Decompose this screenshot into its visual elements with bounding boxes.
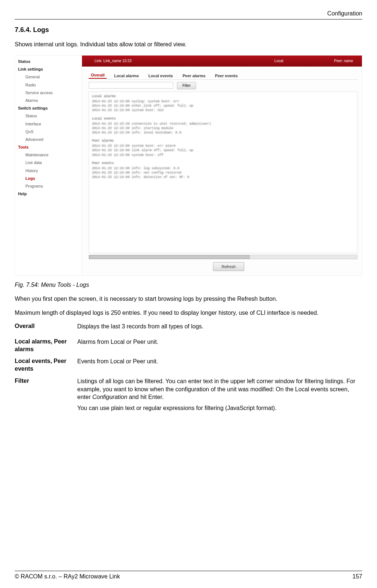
- log-section: Peer alarms2014-01-23 12:15:00 system bo…: [92, 139, 354, 157]
- log-section: Local events2014-01-23 12:15:20 connecti…: [92, 117, 354, 135]
- footer-page-number: 157: [352, 573, 362, 580]
- tab-peer-events[interactable]: Peer events: [213, 73, 240, 79]
- log-row: 2014-01-23 12:15:00 link alarm off; spee…: [92, 148, 354, 153]
- filter-p1-b: and hit Enter.: [127, 394, 164, 400]
- sidebar-item[interactable]: Interface: [15, 120, 82, 128]
- def-desc-alarms: Alarms from Local or Peer unit.: [77, 338, 362, 353]
- log-row: 2014-01-23 12:16:00 info: detection of s…: [92, 175, 354, 179]
- log-row: 2014-01-23 12:15:20 info: starting modul…: [92, 126, 354, 131]
- bottom-rule: [15, 571, 362, 571]
- log-area: Local alarms2014-01-23 12:15:00 syslog: …: [89, 92, 358, 253]
- sidebar-item[interactable]: QoS: [15, 128, 82, 136]
- sidebar-item[interactable]: Advanced: [15, 136, 82, 143]
- def-desc-events: Events from Local or Peer unit.: [77, 357, 362, 373]
- filter-input[interactable]: [89, 82, 173, 89]
- paragraph-refresh-note: When you first open the screen, it is ne…: [15, 295, 362, 303]
- sidebar-item[interactable]: History: [15, 167, 82, 175]
- log-row: 2014-01-23 12:15:00 syslog: system boot:…: [92, 99, 354, 104]
- sidebar-item[interactable]: Help: [15, 190, 82, 198]
- def-desc-filter-p2: You can use plain text or regular expres…: [77, 404, 362, 412]
- log-section: Peer events2014-01-23 12:16:00 info: log…: [92, 161, 354, 180]
- log-row: 2014-01-23 12:15:00 ether_link off; spee…: [92, 104, 354, 108]
- paragraph-max-length: Maximum length of displayed logs is 250 …: [15, 309, 362, 317]
- def-term-overall: Overall: [15, 322, 74, 334]
- def-desc-overall-text: Displays the last 3 records from all typ…: [77, 322, 362, 331]
- def-desc-events-text: Events from Local or Peer unit.: [77, 357, 362, 366]
- topbar-peer: Peer: name: [329, 56, 358, 67]
- fig-tabs: OverallLocal alarmsLocal eventsPeer alar…: [89, 70, 358, 80]
- log-section-title: Local events: [92, 117, 354, 121]
- fig-sidebar: StatusLink settingsGeneralRadioService a…: [15, 56, 82, 275]
- log-row: 2014-01-23 12:16:00 info: log subsystem:…: [92, 166, 354, 171]
- log-row: 2014-01-23 12:15:00 system boot: did: [92, 108, 354, 113]
- log-row: 2014-01-23 12:15:00 system boot: err ala…: [92, 144, 354, 148]
- chapter-label: Configuration: [15, 10, 362, 17]
- log-row: 2014-01-23 12:15:20 connection to unit r…: [92, 122, 354, 126]
- sidebar-item[interactable]: Status: [15, 58, 82, 65]
- log-row: 2014-01-23 12:16:00 info: net config res…: [92, 171, 354, 175]
- def-desc-alarms-text: Alarms from Local or Peer unit.: [77, 338, 362, 346]
- refresh-button[interactable]: Refresh: [213, 262, 244, 271]
- topbar-local: Local: [269, 56, 288, 67]
- log-section-title: Peer events: [92, 161, 354, 165]
- figure-screenshot: StatusLink settingsGeneralRadioService a…: [15, 55, 362, 276]
- def-term-alarms: Local alarms, Peer alarms: [15, 338, 74, 353]
- tab-peer-alarms[interactable]: Peer alarms: [180, 73, 207, 79]
- sidebar-item[interactable]: General: [15, 73, 82, 81]
- sidebar-item[interactable]: Link settings: [15, 65, 82, 73]
- sidebar-item[interactable]: Logs: [15, 175, 82, 182]
- footer-copyright: © RACOM s.r.o. – RAy2 Microwave Link: [15, 573, 120, 580]
- def-desc-filter-p1: Listings of all logs can be filtered. Yo…: [77, 377, 362, 401]
- log-row: 2014-01-23 12:15:00 system boot: off: [92, 153, 354, 157]
- sidebar-item[interactable]: Tools: [15, 143, 82, 151]
- def-term-events: Local events, Peer events: [15, 357, 74, 373]
- filter-p1-em: Configuration: [92, 394, 127, 400]
- sidebar-item[interactable]: Maintenance: [15, 151, 82, 159]
- scrollbar-thumb[interactable]: [89, 255, 250, 259]
- top-rule: [15, 19, 362, 19]
- filter-button[interactable]: Filter: [177, 82, 196, 89]
- def-desc-overall: Displays the last 3 records from all typ…: [77, 322, 362, 334]
- tab-local-events[interactable]: Local events: [146, 73, 175, 79]
- tab-local-alarms[interactable]: Local alarms: [112, 73, 141, 79]
- horizontal-scrollbar[interactable]: [89, 255, 358, 259]
- figure-caption: Fig. 7.54: Menu Tools - Logs: [15, 282, 362, 288]
- fig-topbar: Link: Link_name 10:23 Local Peer: name: [82, 56, 362, 67]
- topbar-link-name: Link: Link_name 10:23: [89, 56, 137, 67]
- def-desc-filter: Listings of all logs can be filtered. Yo…: [77, 377, 362, 415]
- page-footer: © RACOM s.r.o. – RAy2 Microwave Link 157: [15, 568, 362, 580]
- log-section: Local alarms2014-01-23 12:15:00 syslog: …: [92, 94, 354, 113]
- log-section-title: Local alarms: [92, 94, 354, 99]
- sidebar-item[interactable]: Radio: [15, 81, 82, 89]
- section-heading: 7.6.4. Logs: [15, 26, 362, 34]
- sidebar-item[interactable]: Live data: [15, 159, 82, 167]
- sidebar-item[interactable]: Programs: [15, 182, 82, 190]
- sidebar-item[interactable]: Status: [15, 112, 82, 120]
- sidebar-item[interactable]: Alarms: [15, 97, 82, 104]
- definition-list: Overall Displays the last 3 records from…: [15, 322, 362, 415]
- sidebar-item[interactable]: Service access: [15, 89, 82, 97]
- tab-overall[interactable]: Overall: [89, 72, 107, 79]
- log-row: 2014-01-23 12:15:20 info: level bootdown…: [92, 131, 354, 135]
- def-term-filter: Filter: [15, 377, 74, 415]
- intro-paragraph: Shows internal unit logs. Individual tab…: [15, 41, 362, 48]
- sidebar-item[interactable]: Switch settings: [15, 104, 82, 112]
- log-section-title: Peer alarms: [92, 139, 354, 143]
